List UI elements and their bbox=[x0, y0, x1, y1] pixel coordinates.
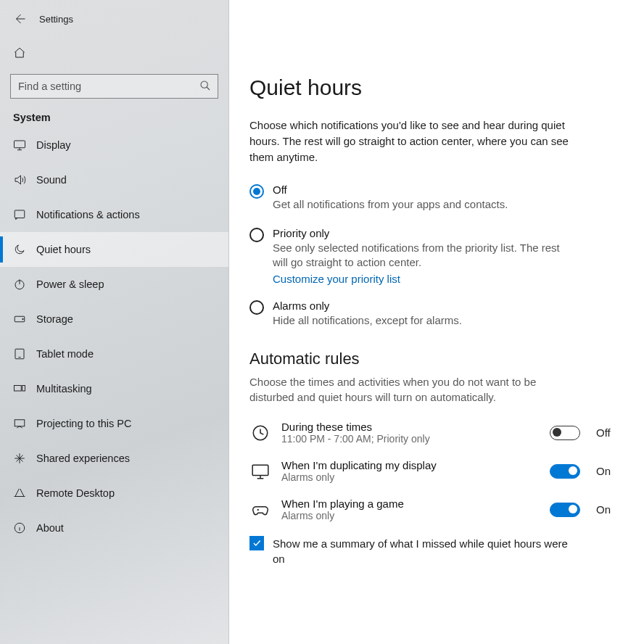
radio-off[interactable]: Off Get all notifications from your apps… bbox=[249, 183, 619, 212]
sidebar-item-about[interactable]: About bbox=[0, 511, 228, 545]
storage-icon bbox=[13, 313, 26, 326]
radio-indicator bbox=[249, 228, 264, 242]
sidebar-item-shared[interactable]: Shared experiences bbox=[0, 441, 228, 476]
toggle-state: On bbox=[596, 465, 619, 477]
sidebar-item-label: Projecting to this PC bbox=[36, 418, 131, 429]
sidebar-item-notifications[interactable]: Notifications & actions bbox=[0, 197, 228, 232]
sidebar-item-label: Tablet mode bbox=[36, 348, 94, 360]
quiet-hours-icon bbox=[13, 243, 26, 256]
sidebar-item-label: Shared experiences bbox=[36, 453, 130, 464]
svg-rect-9 bbox=[15, 420, 25, 426]
sidebar-item-label: Quiet hours bbox=[36, 244, 91, 255]
rule-times-toggle[interactable] bbox=[550, 426, 580, 440]
sidebar-item-tablet[interactable]: Tablet mode bbox=[0, 337, 228, 371]
summary-checkbox[interactable] bbox=[249, 536, 264, 550]
radio-description: See only selected notifications from the… bbox=[273, 241, 570, 271]
home-icon[interactable] bbox=[13, 46, 26, 59]
summary-checkbox-label: Show me a summary of what I missed while… bbox=[273, 536, 569, 566]
rule-subtitle: Alarms only bbox=[281, 510, 540, 521]
toggle-state: On bbox=[596, 503, 619, 516]
svg-point-0 bbox=[201, 81, 207, 88]
rule-game-toggle[interactable] bbox=[550, 503, 580, 517]
monitor-icon bbox=[249, 461, 271, 482]
svg-rect-1 bbox=[15, 141, 25, 148]
rule-duplicating-toggle[interactable] bbox=[550, 464, 580, 479]
sidebar-item-label: Power & sleep bbox=[36, 278, 104, 290]
notifications-icon bbox=[13, 208, 26, 221]
rule-title: When I'm playing a game bbox=[281, 498, 540, 510]
multitasking-icon bbox=[13, 382, 26, 395]
radio-description: Get all notifications from your apps and… bbox=[273, 197, 508, 212]
rules-intro: Choose the times and activities when you… bbox=[249, 374, 554, 405]
sidebar-item-label: Display bbox=[36, 139, 71, 151]
sidebar-item-projecting[interactable]: Projecting to this PC bbox=[0, 406, 228, 441]
clock-icon bbox=[249, 422, 271, 444]
main-content: Quiet hours Choose which notifications y… bbox=[229, 0, 644, 644]
sound-icon bbox=[13, 173, 26, 186]
radio-indicator bbox=[249, 184, 264, 199]
sidebar-item-label: Remote Desktop bbox=[36, 487, 115, 499]
radio-priority-only[interactable]: Priority only See only selected notifica… bbox=[249, 227, 619, 286]
svg-rect-2 bbox=[15, 210, 25, 218]
sidebar-item-label: Storage bbox=[36, 313, 73, 325]
radio-label: Alarms only bbox=[273, 300, 462, 312]
tablet-icon bbox=[13, 347, 26, 360]
nav-list: Display Sound Notifications & actions Qu… bbox=[0, 128, 228, 545]
radio-alarms-only[interactable]: Alarms only Hide all notifications, exce… bbox=[249, 300, 619, 328]
sidebar: Settings System Display Sound bbox=[0, 0, 229, 644]
search-icon[interactable] bbox=[199, 80, 211, 94]
projecting-icon bbox=[13, 417, 26, 430]
gamepad-icon bbox=[249, 499, 271, 521]
sidebar-item-remote[interactable]: Remote Desktop bbox=[0, 476, 228, 511]
customize-priority-link[interactable]: Customize your priority list bbox=[273, 273, 400, 285]
rules-heading: Automatic rules bbox=[249, 350, 619, 368]
svg-rect-7 bbox=[15, 386, 22, 392]
rule-duplicating-display[interactable]: When I'm duplicating my display Alarms o… bbox=[249, 459, 619, 483]
search-input[interactable] bbox=[10, 74, 218, 99]
radio-label: Priority only bbox=[273, 227, 570, 239]
rule-title: When I'm duplicating my display bbox=[281, 459, 540, 471]
window-title: Settings bbox=[39, 14, 73, 25]
svg-point-5 bbox=[22, 318, 24, 320]
sidebar-item-multitasking[interactable]: Multitasking bbox=[0, 371, 228, 406]
power-icon bbox=[13, 278, 26, 291]
quiet-hours-mode-radios: Off Get all notifications from your apps… bbox=[249, 183, 619, 328]
radio-label: Off bbox=[273, 183, 508, 196]
toggle-state: Off bbox=[596, 426, 619, 439]
sidebar-item-power[interactable]: Power & sleep bbox=[0, 267, 228, 302]
sidebar-item-label: Multitasking bbox=[36, 383, 92, 395]
category-heading: System bbox=[0, 110, 228, 128]
radio-description: Hide all notifications, except for alarm… bbox=[273, 313, 462, 328]
rule-subtitle: Alarms only bbox=[281, 471, 540, 483]
back-icon[interactable] bbox=[13, 12, 26, 25]
rule-title: During these times bbox=[281, 421, 540, 433]
sidebar-item-quiet-hours[interactable]: Quiet hours bbox=[0, 232, 228, 267]
sidebar-item-storage[interactable]: Storage bbox=[0, 302, 228, 337]
sidebar-item-label: Sound bbox=[36, 174, 67, 186]
summary-checkbox-row[interactable]: Show me a summary of what I missed while… bbox=[249, 536, 569, 566]
radio-indicator bbox=[249, 300, 264, 315]
sidebar-item-sound[interactable]: Sound bbox=[0, 162, 228, 197]
display-icon bbox=[13, 139, 26, 152]
shared-icon bbox=[13, 452, 26, 465]
rule-subtitle: 11:00 PM - 7:00 AM; Priority only bbox=[281, 433, 540, 445]
rule-playing-game[interactable]: When I'm playing a game Alarms only On bbox=[249, 498, 619, 521]
sidebar-item-display[interactable]: Display bbox=[0, 128, 228, 162]
svg-rect-12 bbox=[252, 465, 268, 475]
page-intro: Choose which notifications you'd like to… bbox=[249, 117, 569, 165]
svg-rect-8 bbox=[22, 386, 25, 392]
page-title: Quiet hours bbox=[249, 75, 619, 100]
remote-icon bbox=[13, 487, 26, 500]
rule-during-times[interactable]: During these times 11:00 PM - 7:00 AM; P… bbox=[249, 421, 619, 445]
sidebar-item-label: Notifications & actions bbox=[36, 209, 140, 220]
about-icon bbox=[13, 521, 26, 534]
sidebar-item-label: About bbox=[36, 522, 64, 534]
